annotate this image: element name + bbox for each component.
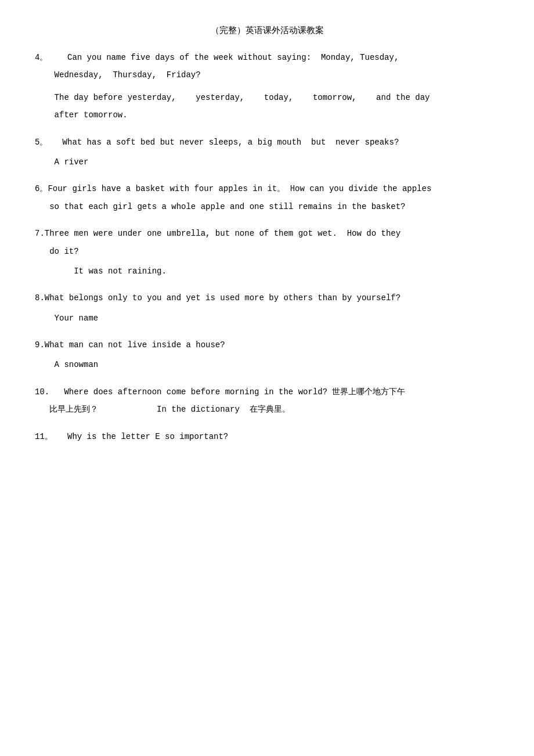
question-line-11-1: 11。 Why is the letter E so important? bbox=[35, 430, 499, 443]
question-line-7-2: do it? bbox=[35, 245, 499, 258]
question-line-6-2: so that each girl gets a whole apple and… bbox=[35, 200, 499, 213]
question-block-10: 10. Where does afternoon come before mor… bbox=[35, 386, 499, 416]
answer-line-8-1: Your name bbox=[35, 312, 499, 325]
question-line-4-1: 4。 Can you name five days of the week wi… bbox=[35, 51, 499, 64]
question-line-10-2: 比早上先到？ In the dictionary 在字典里。 bbox=[35, 403, 499, 416]
page-title: （完整）英语课外活动课教案 bbox=[35, 23, 499, 37]
question-line-8-1: 8.What belongs only to you and yet is us… bbox=[35, 291, 499, 304]
question-line-5-1: 5。 What has a soft bed but never sleeps,… bbox=[35, 136, 499, 149]
answer-line-9-1: A snowman bbox=[35, 358, 499, 371]
answer-line-7-1: It was not raining. bbox=[35, 265, 499, 278]
answer-line-5-1: A river bbox=[35, 156, 499, 168]
question-block-9: 9.What man can not live inside a house? … bbox=[35, 339, 499, 372]
question-line-9-1: 9.What man can not live inside a house? bbox=[35, 339, 499, 351]
question-line-4-2: Wednesday, Thursday, Friday? bbox=[35, 69, 499, 81]
answer-line-4-1: The day before yesterday, yesterday, tod… bbox=[35, 91, 499, 104]
questions-container: 4。 Can you name five days of the week wi… bbox=[35, 51, 499, 443]
question-block-4: 4。 Can you name five days of the week wi… bbox=[35, 51, 499, 122]
question-block-8: 8.What belongs only to you and yet is us… bbox=[35, 291, 499, 325]
answer-line-4-2: after tomorrow. bbox=[35, 109, 499, 121]
question-line-10-1: 10. Where does afternoon come before mor… bbox=[35, 386, 499, 398]
question-block-7: 7.Three men were under one umbrella, but… bbox=[35, 227, 499, 278]
question-line-7-1: 7.Three men were under one umbrella, but… bbox=[35, 227, 499, 240]
question-block-5: 5。 What has a soft bed but never sleeps,… bbox=[35, 136, 499, 169]
question-block-6: 6。Four girls have a basket with four app… bbox=[35, 182, 499, 213]
question-block-11: 11。 Why is the letter E so important? bbox=[35, 430, 499, 443]
question-line-6-1: 6。Four girls have a basket with four app… bbox=[35, 182, 499, 195]
